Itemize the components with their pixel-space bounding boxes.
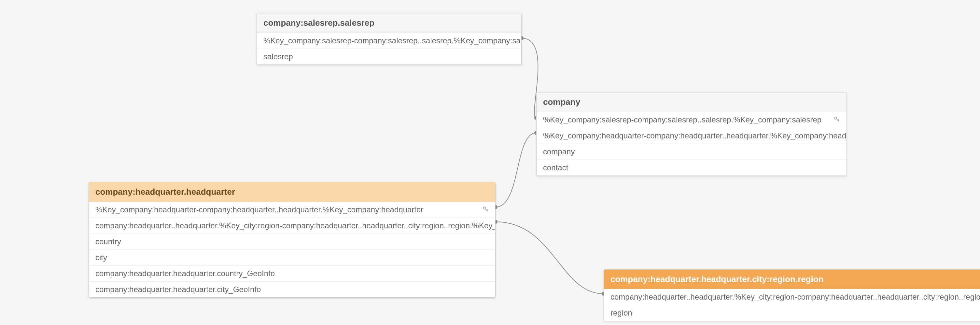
field-label: %Key_company:headquarter-company:headqua…	[95, 205, 423, 214]
entity-salesrep-header[interactable]: company:salesrep.salesrep	[257, 13, 521, 33]
diagram-canvas[interactable]: company:salesrep.salesrep %Key_company:s…	[0, 0, 980, 325]
field-label: company:headquarter.headquarter.country_…	[95, 269, 275, 278]
field-label: %Key_company:salesrep-company:salesrep..…	[263, 36, 522, 45]
entity-region-row-field1[interactable]: region	[604, 305, 980, 321]
entity-company-row-field1[interactable]: company	[536, 144, 846, 160]
entity-company-row-field2[interactable]: contact	[536, 160, 846, 175]
entity-headquarter-row-field3[interactable]: company:headquarter.headquarter.country_…	[89, 266, 495, 282]
svg-point-7	[834, 117, 837, 119]
field-label: company:headquarter.headquarter.city_Geo…	[95, 285, 261, 294]
key-icon	[482, 205, 489, 214]
field-label: %Key_company:headquarter-company:headqua…	[543, 131, 847, 140]
entity-company-row-key2[interactable]: %Key_company:headquarter-company:headqua…	[536, 128, 846, 144]
field-label: %Key_company:salesrep-company:salesrep..…	[543, 115, 821, 124]
entity-region[interactable]: company:headquarter.headquarter.city:reg…	[604, 269, 980, 321]
field-label: city	[95, 253, 107, 262]
entity-headquarter-header[interactable]: company:headquarter.headquarter	[89, 182, 495, 202]
entity-headquarter-row-key2[interactable]: company:headquarter..headquarter.%Key_ci…	[89, 218, 495, 234]
entity-salesrep-row-key[interactable]: %Key_company:salesrep-company:salesrep..…	[257, 33, 521, 49]
entity-company-header[interactable]: company	[536, 92, 846, 112]
entity-region-header[interactable]: company:headquarter.headquarter.city:reg…	[604, 270, 980, 289]
entity-headquarter-row-field2[interactable]: city	[89, 250, 495, 266]
field-label: company	[543, 147, 575, 156]
field-label: company:headquarter..headquarter.%Key_ci…	[95, 221, 496, 230]
svg-point-9	[483, 207, 485, 209]
entity-company[interactable]: company %Key_company:salesrep-company:sa…	[536, 92, 847, 176]
entity-headquarter-row-field1[interactable]: country	[89, 234, 495, 250]
entity-headquarter-row-key1[interactable]: %Key_company:headquarter-company:headqua…	[89, 202, 495, 218]
entity-salesrep-row-field[interactable]: salesrep	[257, 49, 521, 64]
entity-region-row-key1[interactable]: company:headquarter..headquarter.%Key_ci…	[604, 289, 980, 305]
entity-company-row-key1[interactable]: %Key_company:salesrep-company:salesrep..…	[536, 112, 846, 128]
field-label: country	[95, 237, 121, 246]
field-label: region	[611, 308, 632, 317]
field-label: company:headquarter..headquarter.%Key_ci…	[611, 292, 980, 301]
key-icon	[834, 115, 840, 124]
entity-salesrep[interactable]: company:salesrep.salesrep %Key_company:s…	[256, 13, 522, 65]
entity-headquarter-row-field4[interactable]: company:headquarter.headquarter.city_Geo…	[89, 282, 495, 297]
entity-headquarter[interactable]: company:headquarter.headquarter %Key_com…	[89, 182, 496, 298]
field-label: contact	[543, 163, 568, 172]
field-label: salesrep	[263, 52, 293, 61]
